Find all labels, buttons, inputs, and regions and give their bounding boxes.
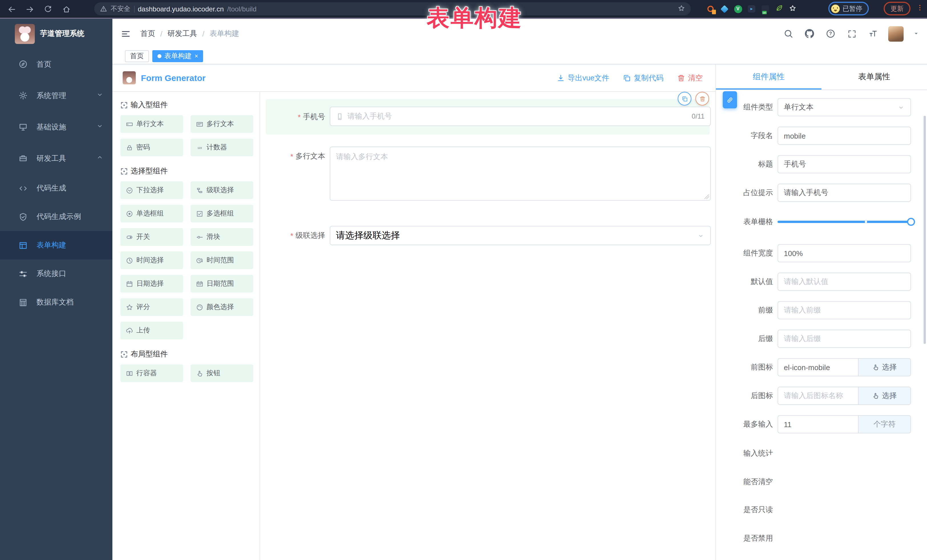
- canvas-row[interactable]: *级联选择请选择级联选择: [266, 221, 710, 250]
- palette-item[interactable]: 123计数器: [190, 138, 253, 156]
- ext-green-v-icon[interactable]: V: [734, 5, 742, 13]
- field-label: *级联选择: [266, 226, 325, 245]
- ext-leaf-icon[interactable]: [775, 5, 783, 13]
- field-label: 组件宽度: [716, 248, 773, 258]
- field-input[interactable]: mobile: [778, 127, 911, 145]
- address-bar[interactable]: 不安全 dashboard.yudao.iocoder.cn/tool/buil…: [94, 2, 691, 15]
- palette-item[interactable]: 多选框组: [190, 205, 253, 222]
- field-input[interactable]: 请输入后图标名称: [778, 387, 858, 404]
- fontsize-icon[interactable]: [867, 28, 878, 39]
- question-icon[interactable]: ?: [825, 28, 836, 39]
- caret-down-icon[interactable]: [913, 29, 919, 39]
- app-logo-row[interactable]: 芋道管理系统: [0, 19, 112, 47]
- icon-picker-button[interactable]: 选择: [858, 359, 910, 376]
- canvas-row[interactable]: *多行文本请输入多行文本: [266, 142, 710, 205]
- sidebar-item-4[interactable]: 代码生成: [0, 174, 112, 202]
- palette-item[interactable]: 单行文本: [120, 115, 183, 133]
- sidebar-item-6[interactable]: 表单构建: [0, 231, 112, 260]
- field-input[interactable]: 请输入手机号: [778, 184, 911, 202]
- tab-component-props[interactable]: 组件属性: [716, 64, 821, 90]
- forward-icon[interactable]: [24, 4, 35, 14]
- close-icon[interactable]: ×: [195, 53, 198, 59]
- avatar[interactable]: [888, 26, 904, 41]
- palette-item[interactable]: 上传: [120, 322, 183, 339]
- palette-item[interactable]: 评分: [120, 298, 183, 316]
- sidebar-item-1[interactable]: 系统管理: [0, 80, 112, 111]
- canvas-row[interactable]: *手机号请输入手机号0/11: [266, 99, 710, 135]
- icon-picker-button[interactable]: 选择: [858, 387, 910, 404]
- copy-component-button[interactable]: [678, 92, 691, 106]
- palette-item[interactable]: 按钮: [190, 364, 253, 382]
- sidebar-item-5[interactable]: 代码生成示例: [0, 202, 112, 231]
- back-icon[interactable]: [6, 4, 17, 14]
- sidebar-item-8[interactable]: 数据库文档: [0, 288, 112, 317]
- mobile-input[interactable]: 请输入手机号0/11: [330, 107, 711, 126]
- breadcrumb-item[interactable]: 首页: [140, 29, 155, 39]
- slider-track[interactable]: [778, 221, 911, 223]
- browser-update-button[interactable]: 更新: [884, 2, 910, 15]
- panel-drag-handle[interactable]: [723, 91, 737, 108]
- field-input[interactable]: el-icon-mobile: [778, 359, 858, 376]
- sidebar-item-3[interactable]: 研发工具: [0, 143, 112, 174]
- palette-item[interactable]: 日期范围: [190, 275, 253, 293]
- ext-orange-ring-icon[interactable]: [706, 5, 715, 13]
- home-icon[interactable]: [61, 4, 71, 14]
- slider-handle[interactable]: [907, 218, 915, 226]
- scrollbar-thumb[interactable]: [924, 116, 926, 344]
- palette-section-header: 输入型组件: [120, 99, 260, 111]
- sidebar-item-2[interactable]: 基础设施: [0, 111, 112, 143]
- reload-icon[interactable]: [43, 4, 53, 14]
- ext-on-badge-icon[interactable]: on: [761, 5, 769, 13]
- resize-handle-icon[interactable]: [705, 194, 709, 199]
- paused-extension-badge[interactable]: 已暂停: [828, 2, 869, 15]
- bookmark-star-icon[interactable]: [678, 4, 685, 14]
- grid-slider[interactable]: [778, 213, 911, 231]
- textarea-input[interactable]: 请输入多行文本: [330, 147, 711, 201]
- field-select[interactable]: 单行文本: [778, 98, 911, 116]
- field-input[interactable]: 11: [778, 416, 858, 433]
- palette-item-label: 级联选择: [207, 185, 234, 195]
- ext-star-icon[interactable]: [789, 5, 797, 13]
- palette-item[interactable]: 时间范围: [190, 252, 253, 269]
- palette-item[interactable]: 滑块: [190, 228, 253, 246]
- tab-form-props[interactable]: 表单属性: [821, 64, 927, 90]
- ext-blue-gem-icon[interactable]: [720, 5, 728, 13]
- palette-item[interactable]: 颜色选择: [190, 298, 253, 316]
- palette-item[interactable]: 开关: [120, 228, 183, 246]
- mobile-icon: [336, 112, 343, 120]
- browser-menu-icon[interactable]: [916, 3, 924, 14]
- breadcrumb-item[interactable]: 研发工具: [167, 29, 197, 39]
- ext-ide-icon[interactable]: ▸: [747, 5, 756, 13]
- tab-1[interactable]: 表单构建×: [152, 50, 204, 62]
- pointer-icon: [872, 364, 879, 371]
- palette-item[interactable]: 时间选择: [120, 252, 183, 269]
- action-2-button[interactable]: 清空: [677, 73, 703, 83]
- hamburger-icon[interactable]: [121, 29, 131, 38]
- github-icon[interactable]: [804, 28, 815, 39]
- field-input[interactable]: 手机号: [778, 155, 911, 173]
- palette-item[interactable]: 单选框组: [120, 205, 183, 222]
- palette-item[interactable]: 密码: [120, 138, 183, 156]
- palette-item[interactable]: 日期选择: [120, 275, 183, 293]
- palette-item[interactable]: 多行文本: [190, 115, 253, 133]
- field-label: 是否只读: [716, 505, 773, 515]
- action-1-button[interactable]: 复制代码: [623, 73, 663, 83]
- field-input[interactable]: 请输入后缀: [778, 329, 911, 348]
- field-input[interactable]: 100%: [778, 244, 911, 262]
- sidebar-item-7[interactable]: 系统接口: [0, 260, 112, 288]
- palette-item[interactable]: 行容器: [120, 364, 183, 382]
- palette-item-label: 时间范围: [207, 255, 234, 265]
- cascader-select[interactable]: 请选择级联选择: [330, 226, 711, 245]
- field-input[interactable]: 请输入前缀: [778, 301, 911, 319]
- field-input[interactable]: 请输入默认值: [778, 273, 911, 291]
- tab-0[interactable]: 首页: [125, 50, 149, 62]
- field-label: 字段名: [716, 131, 773, 141]
- palette-item[interactable]: 下拉选择: [120, 181, 183, 199]
- delete-component-button[interactable]: [695, 92, 709, 106]
- fullscreen-icon[interactable]: [846, 28, 857, 39]
- palette-item[interactable]: 级联选择: [190, 181, 253, 199]
- search-icon[interactable]: [783, 28, 794, 39]
- action-0-button[interactable]: 导出vue文件: [557, 73, 609, 83]
- sidebar-item-0[interactable]: 首页: [0, 49, 112, 80]
- component-palette: 输入型组件单行文本多行文本密码123计数器选择型组件下拉选择级联选择单选框组多选…: [112, 92, 260, 560]
